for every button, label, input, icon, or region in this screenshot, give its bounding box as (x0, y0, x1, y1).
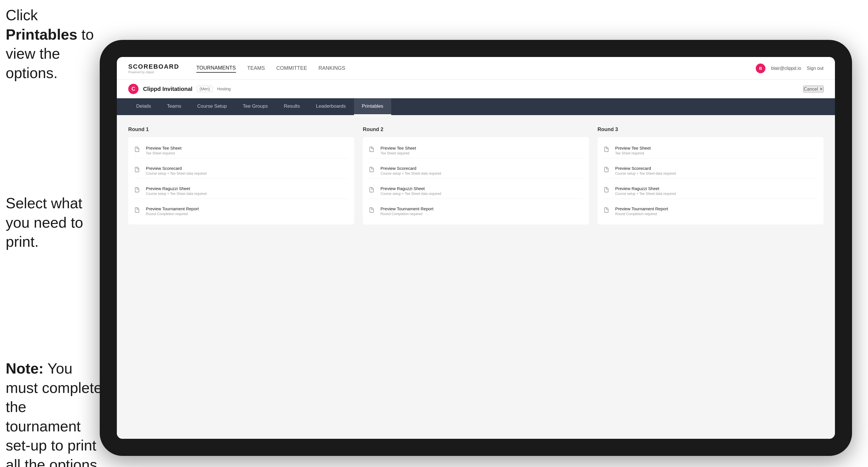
print-item-name: Preview Scorecard (380, 166, 441, 171)
sign-out-link[interactable]: Sign out (807, 66, 824, 71)
print-item-name: Preview Tournament Report (146, 206, 199, 211)
print-item-requirement: Course setup + Tee Sheet data required (380, 172, 441, 176)
document-icon (603, 207, 611, 215)
print-item-requirement: Tee Sheet required (615, 151, 651, 155)
document-icon (134, 166, 142, 175)
print-item-name: Preview Tournament Report (615, 206, 668, 211)
top-nav: SCOREBOARD Powered by clippd TOURNAMENTS… (117, 57, 835, 80)
cancel-button[interactable]: Cancel ✕ (803, 86, 824, 92)
print-item-requirement: Course setup + Tee Sheet data required (615, 192, 676, 196)
print-item-name: Preview Raguzzi Sheet (146, 186, 207, 191)
document-icon (134, 207, 142, 215)
rounds-grid: Round 1 Preview Tee SheetTee Sheet requi… (128, 126, 824, 224)
print-item-name: Preview Tee Sheet (380, 146, 416, 150)
nav-left: SCOREBOARD Powered by clippd TOURNAMENTS… (128, 63, 345, 74)
print-item-1-2[interactable]: Preview ScorecardCourse setup + Tee Shee… (134, 163, 348, 179)
tab-teams[interactable]: Teams (159, 98, 189, 115)
round-column-3: Round 3 Preview Tee SheetTee Sheet requi… (597, 126, 824, 224)
print-item-3-1[interactable]: Preview Tee SheetTee Sheet required (603, 143, 818, 158)
main-content: Round 1 Preview Tee SheetTee Sheet requi… (117, 115, 835, 439)
logo-area: SCOREBOARD Powered by clippd (128, 63, 179, 74)
nav-right: B blair@clippd.io Sign out (756, 64, 824, 73)
document-icon (368, 187, 376, 195)
round-card-2: Preview Tee SheetTee Sheet required Prev… (363, 137, 589, 224)
print-item-requirement: Tee Sheet required (380, 151, 416, 155)
sub-header: C Clippd Invitational (Men) Hosting Canc… (117, 80, 835, 98)
tab-course-setup[interactable]: Course Setup (189, 98, 235, 115)
document-icon (603, 146, 611, 154)
print-item-name: Preview Tournament Report (380, 206, 433, 211)
tablet-screen: SCOREBOARD Powered by clippd TOURNAMENTS… (117, 57, 835, 439)
document-icon (368, 166, 376, 175)
round-card-1: Preview Tee SheetTee Sheet required Prev… (128, 137, 354, 224)
print-item-requirement: Round Completion required (615, 212, 668, 216)
document-icon (134, 187, 142, 195)
tab-details[interactable]: Details (128, 98, 159, 115)
document-icon (134, 146, 142, 154)
tab-leaderboards[interactable]: Leaderboards (308, 98, 354, 115)
round-column-1: Round 1 Preview Tee SheetTee Sheet requi… (128, 126, 354, 224)
print-item-2-3[interactable]: Preview Raguzzi SheetCourse setup + Tee … (368, 183, 583, 199)
user-email: blair@clippd.io (771, 66, 801, 71)
nav-committee[interactable]: COMMITTEE (276, 64, 307, 72)
document-icon (368, 207, 376, 215)
print-item-requirement: Course setup + Tee Sheet data required (146, 172, 207, 176)
print-item-name: Preview Scorecard (615, 166, 676, 171)
print-item-requirement: Tee Sheet required (146, 151, 182, 155)
print-item-name: Preview Tee Sheet (615, 146, 651, 150)
logo-subtitle: Powered by clippd (128, 70, 179, 74)
document-icon (603, 166, 611, 175)
round-title-3: Round 3 (597, 126, 824, 132)
avatar: B (756, 64, 766, 73)
print-item-requirement: Course setup + Tee Sheet data required (146, 192, 207, 196)
print-item-requirement: Round Completion required (380, 212, 433, 216)
nav-tournaments[interactable]: TOURNAMENTS (196, 64, 236, 73)
print-item-name: Preview Scorecard (146, 166, 207, 171)
print-item-requirement: Course setup + Tee Sheet data required (380, 192, 441, 196)
tablet-frame: SCOREBOARD Powered by clippd TOURNAMENTS… (100, 40, 852, 456)
print-item-requirement: Round Completion required (146, 212, 199, 216)
tab-printables[interactable]: Printables (354, 98, 392, 115)
annotation-middle: Select what you need to print. (6, 194, 102, 252)
tab-bar: Details Teams Course Setup Tee Groups Re… (117, 98, 835, 115)
print-item-3-4[interactable]: Preview Tournament ReportRound Completio… (603, 204, 818, 219)
print-item-3-2[interactable]: Preview ScorecardCourse setup + Tee Shee… (603, 163, 818, 179)
print-item-name: Preview Tee Sheet (146, 146, 182, 150)
nav-teams[interactable]: TEAMS (247, 64, 265, 72)
print-item-3-3[interactable]: Preview Raguzzi SheetCourse setup + Tee … (603, 183, 818, 199)
print-item-2-4[interactable]: Preview Tournament ReportRound Completio… (368, 204, 583, 219)
tab-tee-groups[interactable]: Tee Groups (235, 98, 276, 115)
print-item-name: Preview Raguzzi Sheet (380, 186, 441, 191)
print-item-2-2[interactable]: Preview ScorecardCourse setup + Tee Shee… (368, 163, 583, 179)
nav-links: TOURNAMENTS TEAMS COMMITTEE RANKINGS (196, 64, 345, 73)
document-icon (603, 187, 611, 195)
nav-rankings[interactable]: RANKINGS (318, 64, 345, 72)
tab-results[interactable]: Results (276, 98, 308, 115)
document-icon (368, 146, 376, 154)
print-item-1-4[interactable]: Preview Tournament ReportRound Completio… (134, 204, 348, 219)
annotation-bottom: Note: You must complete the tournament s… (6, 359, 102, 467)
hosting-badge: Hosting (217, 87, 230, 91)
round-title-2: Round 2 (363, 126, 589, 132)
print-item-1-1[interactable]: Preview Tee SheetTee Sheet required (134, 143, 348, 158)
logo-title: SCOREBOARD (128, 63, 179, 70)
print-item-2-1[interactable]: Preview Tee SheetTee Sheet required (368, 143, 583, 158)
print-item-1-3[interactable]: Preview Raguzzi SheetCourse setup + Tee … (134, 183, 348, 199)
tournament-logo: C (128, 84, 138, 94)
tournament-name: Clippd Invitational (143, 86, 192, 92)
print-item-requirement: Course setup + Tee Sheet data required (615, 172, 676, 176)
round-title-1: Round 1 (128, 126, 354, 132)
round-column-2: Round 2 Preview Tee SheetTee Sheet requi… (363, 126, 589, 224)
round-card-3: Preview Tee SheetTee Sheet required Prev… (597, 137, 824, 224)
tournament-info: C Clippd Invitational (Men) Hosting (128, 84, 230, 94)
tournament-badge: (Men) (197, 86, 213, 92)
print-item-name: Preview Raguzzi Sheet (615, 186, 676, 191)
annotation-top: Click Printables to view the options. (6, 6, 102, 83)
